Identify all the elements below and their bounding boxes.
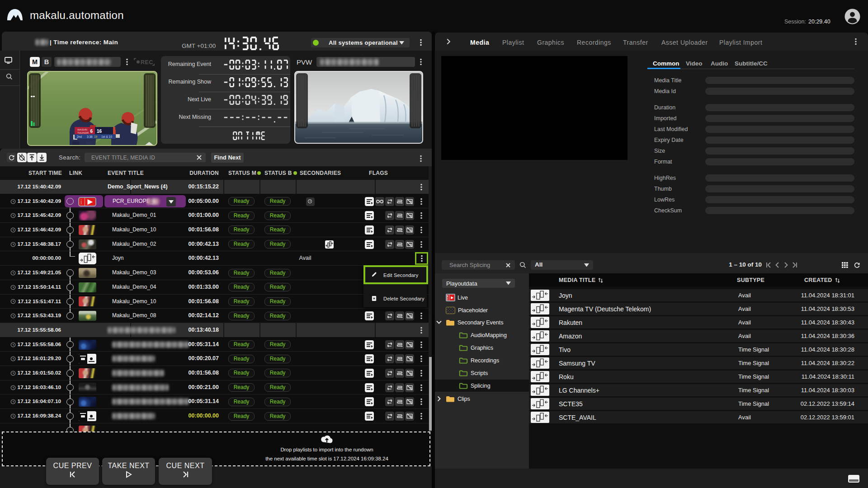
svg-text:REC: REC bbox=[141, 59, 153, 66]
svg-text:1st & 10: 1st & 10 bbox=[101, 135, 112, 138]
svg-text:3:36: 3:36 bbox=[87, 135, 93, 138]
svg-text:WASHN: WASHN bbox=[77, 128, 87, 131]
svg-text:16: 16 bbox=[97, 129, 102, 134]
svg-text:2nd: 2nd bbox=[77, 135, 82, 138]
svg-text:19: 19 bbox=[94, 135, 98, 138]
svg-text:THUNDR: THUNDR bbox=[77, 131, 89, 134]
svg-text:6: 6 bbox=[90, 129, 93, 134]
